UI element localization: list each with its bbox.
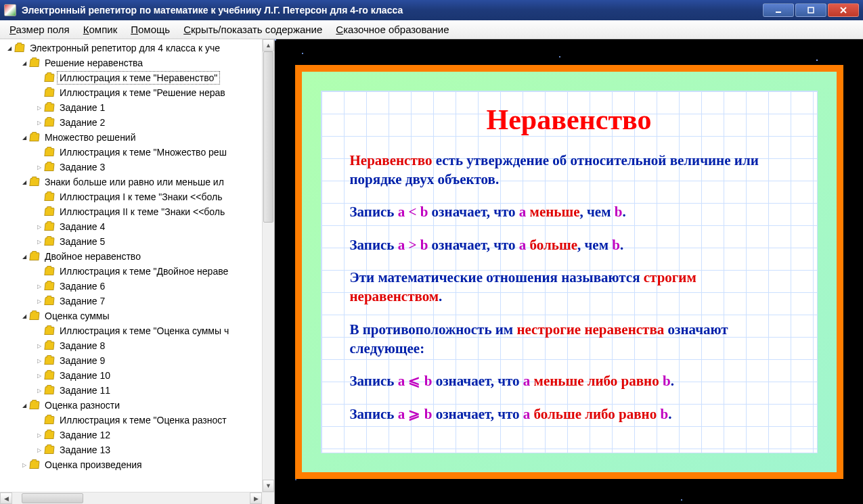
toggle-spacer bbox=[35, 193, 43, 201]
slide-inner: Неравенство Неравенство есть утверждение… bbox=[302, 72, 837, 472]
tree-item[interactable]: Иллюстрация II к теме "Знаки <<боль bbox=[0, 204, 274, 219]
tree-item[interactable]: Задание 7 bbox=[0, 294, 274, 308]
tree-item[interactable]: Иллюстрация к теме "Оценка суммы ч bbox=[0, 323, 274, 338]
tree-item[interactable]: Задание 8 bbox=[0, 338, 274, 353]
tree-item[interactable]: Знаки больше или равно или меньше ил bbox=[0, 175, 274, 189]
tree-item-label: Множество решений bbox=[43, 131, 138, 143]
text: . bbox=[671, 373, 674, 389]
expand-icon[interactable] bbox=[35, 386, 43, 394]
expand-icon[interactable] bbox=[35, 163, 43, 171]
text: , чем bbox=[579, 204, 614, 220]
book-icon bbox=[29, 59, 39, 67]
tree-item[interactable]: Множество решений bbox=[0, 130, 274, 145]
tree-item[interactable]: Иллюстрация к теме "Неравенство" bbox=[0, 70, 274, 85]
vertical-scrollbar[interactable]: ▲ ▼ bbox=[262, 39, 274, 492]
tree-item[interactable]: Задание 2 bbox=[0, 115, 274, 130]
tree-item-label: Задание 7 bbox=[58, 295, 107, 307]
tree-item-label: Иллюстрация к теме "Решение нерав bbox=[58, 87, 227, 99]
expand-icon[interactable] bbox=[35, 237, 43, 246]
tree-item[interactable]: Задание 10 bbox=[0, 368, 274, 383]
tree-item[interactable]: Задание 6 bbox=[0, 279, 274, 294]
book-icon bbox=[29, 178, 39, 186]
menu-skazochnoe[interactable]: Сказочное образование bbox=[329, 21, 456, 38]
tree-item[interactable]: Двойное неравенство bbox=[0, 249, 274, 264]
expand-icon[interactable] bbox=[35, 118, 43, 127]
tree-item[interactable]: Задание 1 bbox=[0, 100, 274, 115]
scroll-left-arrow[interactable]: ◀ bbox=[0, 492, 12, 504]
expand-icon[interactable] bbox=[20, 461, 28, 469]
menu-kompik[interactable]: Компик bbox=[76, 21, 124, 38]
maximize-button[interactable] bbox=[795, 3, 826, 17]
collapse-icon[interactable] bbox=[20, 59, 28, 67]
tree-item[interactable]: Иллюстрация I к теме "Знаки <<боль bbox=[0, 189, 274, 204]
expand-icon[interactable] bbox=[35, 342, 43, 350]
scroll-thumb[interactable] bbox=[263, 51, 273, 223]
tree-item[interactable]: Задание 9 bbox=[0, 353, 274, 368]
text-highlight: больше либо равно bbox=[530, 406, 660, 422]
book-icon bbox=[29, 133, 39, 141]
expand-icon[interactable] bbox=[35, 431, 43, 439]
book-icon bbox=[44, 74, 54, 82]
tree-item[interactable]: Оценка произведения bbox=[0, 457, 274, 472]
collapse-icon[interactable] bbox=[20, 178, 28, 186]
collapse-icon[interactable] bbox=[20, 401, 28, 409]
tree-item[interactable]: Задание 3 bbox=[0, 160, 274, 175]
tree-item[interactable]: Задание 13 bbox=[0, 442, 274, 457]
text-highlight: меньше либо равно bbox=[530, 373, 663, 389]
tree-item[interactable]: Оценка разности bbox=[0, 398, 274, 413]
collapse-icon[interactable] bbox=[20, 133, 28, 141]
tree-item-label: Оценка разности bbox=[43, 399, 122, 411]
expand-icon[interactable] bbox=[35, 297, 43, 305]
scroll-track[interactable] bbox=[263, 51, 274, 480]
book-icon bbox=[29, 252, 39, 260]
menu-pomosh[interactable]: Помощь bbox=[124, 21, 177, 38]
tree-item[interactable]: Иллюстрация к теме "Оценка разност bbox=[0, 413, 274, 428]
tree-item[interactable]: Задание 4 bbox=[0, 219, 274, 234]
expand-icon[interactable] bbox=[35, 104, 43, 112]
text-var: a bbox=[523, 373, 531, 389]
horizontal-scrollbar[interactable]: ◀ ▶ bbox=[0, 492, 274, 504]
book-icon bbox=[44, 342, 54, 350]
scroll-down-arrow[interactable]: ▼ bbox=[263, 480, 274, 492]
window-controls bbox=[763, 3, 859, 17]
expand-icon[interactable] bbox=[35, 282, 43, 290]
text: . bbox=[620, 237, 623, 253]
expand-icon[interactable] bbox=[35, 371, 43, 380]
expand-icon[interactable] bbox=[35, 223, 43, 231]
collapse-icon[interactable] bbox=[20, 312, 28, 320]
tree-item-label: Иллюстрация к теме "Неравенство" bbox=[58, 72, 219, 84]
scroll-thumb[interactable] bbox=[22, 493, 83, 503]
book-icon bbox=[44, 297, 54, 305]
text-expr: a ⩾ b bbox=[398, 406, 433, 422]
tree-item[interactable]: Иллюстрация к теме "Двойное нераве bbox=[0, 264, 274, 279]
tree-item[interactable]: Электронный репетитор для 4 класса к уче bbox=[0, 41, 274, 55]
collapse-icon[interactable] bbox=[5, 44, 14, 52]
tree-item[interactable]: Иллюстрация к теме "Множество реш bbox=[0, 145, 274, 160]
tree-item[interactable]: Задание 11 bbox=[0, 383, 274, 398]
menu-razmer-polya[interactable]: Размер поля bbox=[3, 21, 76, 38]
tree-item[interactable]: Задание 5 bbox=[0, 234, 274, 249]
book-icon bbox=[44, 446, 54, 454]
tree-item[interactable]: Решение неравенства bbox=[0, 55, 274, 70]
tree-item[interactable]: Оценка суммы bbox=[0, 308, 274, 323]
menu-skryt-pokazat[interactable]: Скрыть/показать содержание bbox=[177, 21, 329, 38]
minimize-button[interactable] bbox=[763, 3, 794, 17]
scroll-track[interactable] bbox=[12, 492, 250, 504]
slide-paragraph-5: В противоположность им нестрогие неравен… bbox=[350, 320, 789, 359]
collapse-icon[interactable] bbox=[20, 252, 28, 260]
scroll-right-arrow[interactable]: ▶ bbox=[250, 492, 262, 504]
book-icon bbox=[44, 282, 54, 290]
text: . bbox=[439, 288, 442, 304]
close-button[interactable] bbox=[828, 3, 859, 17]
expand-icon[interactable] bbox=[35, 446, 43, 454]
scroll-up-arrow[interactable]: ▲ bbox=[263, 39, 274, 51]
toggle-spacer bbox=[35, 208, 43, 216]
expand-icon[interactable] bbox=[35, 357, 43, 365]
tree-item[interactable]: Иллюстрация к теме "Решение нерав bbox=[0, 85, 274, 100]
text: означает, что bbox=[432, 373, 523, 389]
book-icon bbox=[29, 312, 39, 320]
slide-paragraph-1: Неравенство есть утверждение об относите… bbox=[350, 151, 789, 189]
tree-item[interactable]: Задание 12 bbox=[0, 428, 274, 442]
tree-item-label: Оценка суммы bbox=[43, 310, 112, 322]
text-var: b bbox=[663, 373, 671, 389]
